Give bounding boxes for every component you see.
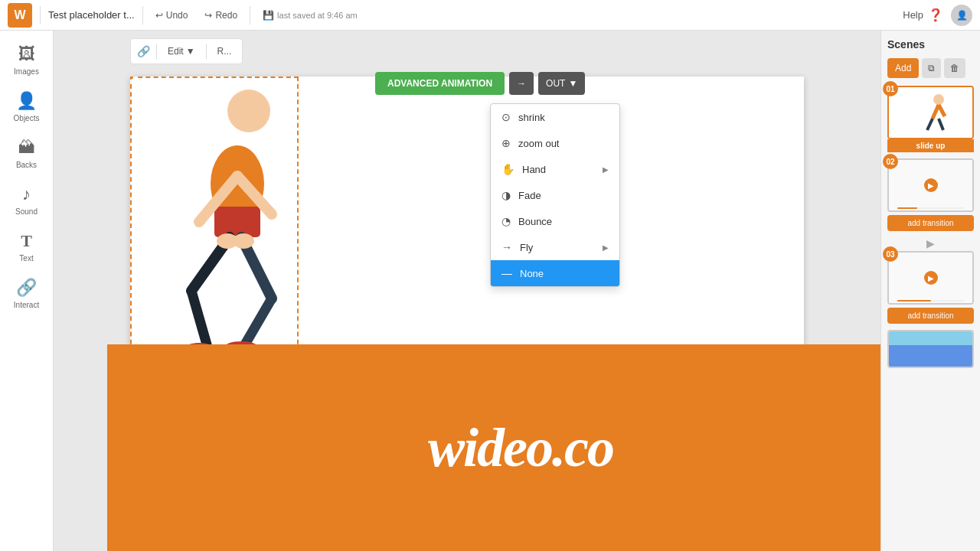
sidebar-item-objects[interactable]: 👤 Objects [4,85,50,129]
add-transition-button-2[interactable]: add transition [887,215,974,231]
topbar: W Test placeholder t... ↩ Undo ↪ Redo 💾 … [0,0,980,31]
fade-icon: ◑ [501,189,511,201]
scene-item-1[interactable]: 01 slide up [887,86,974,152]
dropdown-item-bounce[interactable]: ◔ Bounce [491,208,619,234]
save-icon: 💾 [263,10,274,21]
dropdown-item-fade[interactable]: ◑ Fade [491,182,619,208]
sidebar-item-interact[interactable]: 🔗 Interact [4,272,50,315]
fly-arrow-icon: ▶ [603,243,609,252]
dropdown-item-shrink[interactable]: ⊙ shrink [491,104,619,130]
svg-line-17 [939,119,943,130]
scene-label-1: slide up [887,139,974,152]
scenes-add-bar: Add ⧉ 🗑 [887,58,974,78]
logo-button[interactable]: W [8,3,32,28]
out-arrow-icon: ▼ [568,78,577,89]
svg-line-9 [245,298,272,344]
undo-button[interactable]: ↩ Undo [151,7,193,24]
text-icon: T [21,231,32,251]
running-figure [145,77,337,367]
add-scene-button[interactable]: Add [887,58,919,78]
scene-item-4[interactable] [887,330,974,368]
dropdown-item-none[interactable]: — None [491,260,619,286]
hand-arrow-icon: ▶ [603,165,609,174]
svg-line-6 [191,291,207,344]
animation-bar: ADVANCED ANIMATION → OUT ▼ [375,72,585,95]
in-arrow-icon: → [517,78,526,89]
advanced-animation-button[interactable]: ADVANCED ANIMATION [375,72,505,95]
images-icon: 🖼 [18,44,35,64]
zoom-out-icon: ⊕ [501,137,511,149]
toolbar-sep [156,44,157,59]
animation-in-tab[interactable]: → [509,72,534,95]
undo-icon: ↩ [155,10,163,21]
link-icon[interactable]: 🔗 [137,45,150,57]
svg-point-12 [233,233,254,249]
scene-number-2: 02 [883,154,898,169]
edit-dropdown-icon: ▼ [186,46,195,57]
separator2 [142,6,143,24]
duplicate-scene-button[interactable]: ⧉ [922,58,941,78]
dropdown-item-zoom-out[interactable]: ⊕ zoom out [491,130,619,156]
shrink-icon: ⊙ [501,111,511,123]
dropdown-item-fly[interactable]: → Fly ▶ [491,234,619,260]
sound-icon: ♪ [22,184,31,204]
scene-arrow-2: ▶ [887,237,974,249]
avatar-icon: 👤 [956,10,968,21]
scenes-header: Scenes [887,38,974,51]
dropdown-item-hand[interactable]: ✋ Hand ▶ [491,156,619,182]
help-button[interactable]: Help ❓ [903,8,943,22]
redo-icon: ↪ [204,10,212,21]
svg-line-16 [927,119,933,130]
fly-icon: → [501,241,512,253]
sidebar-item-backs[interactable]: 🏔 Backs [4,132,50,175]
delete-scene-button[interactable]: 🗑 [944,58,965,78]
scene-item-2[interactable]: 02 ▶ add transition [887,158,974,231]
selection-handle-tl[interactable] [130,77,135,81]
svg-line-15 [939,105,945,116]
resize-button[interactable]: R... [213,44,237,59]
hand-icon: ✋ [501,163,514,175]
scene-number-1: 01 [883,81,898,96]
interact-icon: 🔗 [16,278,37,298]
scene-thumb-1[interactable] [887,86,974,139]
scene-item-3[interactable]: 03 ▶ add transition [887,251,974,324]
avatar[interactable]: 👤 [951,5,972,26]
animation-out-tab[interactable]: OUT ▼ [538,72,585,95]
canvas-area[interactable]: 🔗 Edit ▼ R... ADVANCED ANIMATION → OUT ▼ [54,31,880,551]
edit-button[interactable]: Edit ▼ [163,44,200,59]
none-icon: — [501,267,512,279]
canvas-white[interactable] [130,77,804,383]
sidebar-item-sound[interactable]: ♪ Sound [4,178,50,222]
runner-svg [145,77,329,367]
out-label: OUT [546,78,565,89]
sidebar-item-images[interactable]: 🖼 Images [4,38,50,82]
document-title: Test placeholder t... [48,9,135,21]
scene-thumb-4[interactable] [887,330,974,368]
sidebar-item-text[interactable]: T Text [4,225,50,269]
objects-icon: 👤 [16,91,37,111]
main-layout: 🖼 Images 👤 Objects 🏔 Backs ♪ Sound T Tex… [0,31,980,551]
toolbar-sep2 [206,44,207,59]
backs-icon: 🏔 [18,138,35,158]
bottom-brand: wideo.co [107,344,880,551]
save-button[interactable]: 💾 last saved at 9:46 am [258,7,362,24]
canvas-toolbar: 🔗 Edit ▼ R... [130,38,243,64]
scene-number-3: 03 [883,246,898,262]
scene-thumb-2[interactable]: ▶ [887,158,974,212]
help-icon: ❓ [928,8,943,22]
svg-point-13 [933,94,944,105]
left-sidebar: 🖼 Images 👤 Objects 🏔 Backs ♪ Sound T Tex… [0,31,54,551]
redo-button[interactable]: ↪ Redo [200,7,242,24]
separator [40,6,41,24]
wideo-branding: wideo.co [428,416,613,480]
svg-rect-2 [214,207,260,237]
right-panel: Scenes Add ⧉ 🗑 01 [880,31,980,551]
add-transition-button-3[interactable]: add transition [887,308,974,324]
separator3 [250,6,250,24]
svg-point-0 [227,90,270,132]
bounce-icon: ◔ [501,215,511,227]
scene-thumb-3[interactable]: ▶ [887,251,974,305]
animation-dropdown[interactable]: ⊙ shrink ⊕ zoom out ✋ Hand ▶ ◑ Fade ◔ Bo… [490,103,620,287]
